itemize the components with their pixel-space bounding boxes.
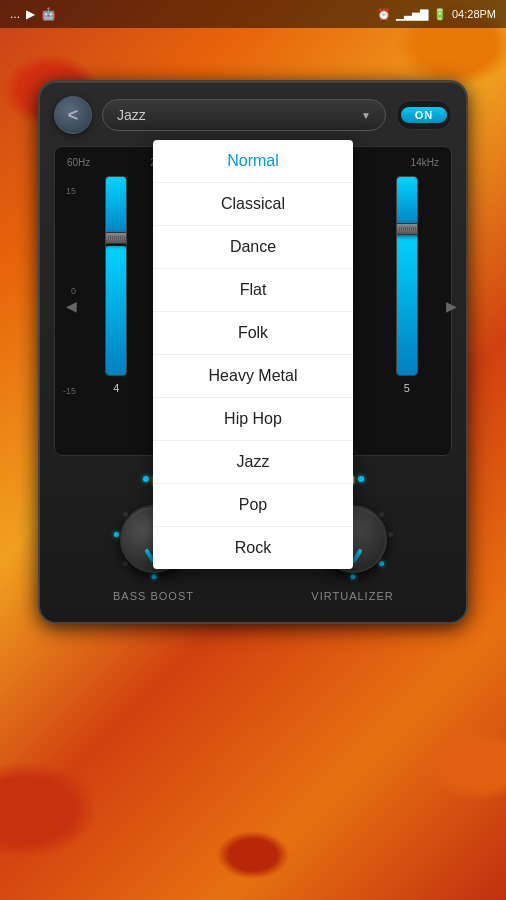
dropdown-item-normal[interactable]: Normal: [153, 140, 353, 183]
virt-led-3: [358, 476, 364, 482]
slider-track-60hz[interactable]: [105, 176, 127, 376]
status-bar: ... ▶ 🤖 ⏰ ▁▃▅▇ 🔋 04:28PM: [0, 0, 506, 28]
dropdown-menu: Normal Classical Dance Flat Folk Heavy M…: [153, 140, 353, 569]
led-bottom-left: [123, 561, 128, 566]
slider-thumb-14khz[interactable]: [396, 223, 418, 235]
freq-label-60hz: 60Hz: [67, 157, 90, 168]
virtualizer-label: VIRTUALIZER: [311, 590, 393, 602]
status-left: ... ▶ 🤖: [10, 7, 56, 21]
back-button[interactable]: <: [54, 96, 92, 134]
alarm-icon: ⏰: [377, 8, 391, 21]
status-right: ⏰ ▁▃▅▇ 🔋 04:28PM: [377, 8, 496, 21]
virt-led-bottom: [350, 574, 355, 579]
led-left: [114, 532, 119, 537]
slider-fill-top-14khz: [397, 177, 417, 227]
bass-boost-label: BASS BOOST: [113, 590, 194, 602]
db-label-15: 15: [63, 186, 76, 196]
status-dots: ...: [10, 7, 20, 21]
nav-arrow-left[interactable]: ◀: [66, 298, 77, 314]
slider-14khz[interactable]: 5: [396, 176, 418, 416]
slider-value-14khz: 5: [404, 382, 410, 394]
time-display: 04:28PM: [452, 8, 496, 20]
slider-60hz[interactable]: 4: [105, 176, 127, 416]
dropdown-item-pop[interactable]: Pop: [153, 484, 353, 527]
virt-led-right: [388, 532, 393, 537]
slider-fill-14khz: [397, 232, 417, 375]
preset-label: Jazz: [117, 107, 146, 123]
dropdown-arrow-icon: ▼: [361, 110, 371, 121]
battery-icon: 🔋: [433, 8, 447, 21]
android-icon: 🤖: [41, 7, 56, 21]
dropdown-item-jazz[interactable]: Jazz: [153, 441, 353, 484]
db-label-minus15: -15: [63, 386, 76, 396]
back-icon: <: [68, 105, 79, 126]
dropdown-item-dance[interactable]: Dance: [153, 226, 353, 269]
slider-thumb-60hz[interactable]: [105, 232, 127, 244]
dropdown-item-hiphop[interactable]: Hip Hop: [153, 398, 353, 441]
virt-led-top-right: [379, 512, 384, 517]
slider-value-60hz: 4: [113, 382, 119, 394]
dropdown-item-rock[interactable]: Rock: [153, 527, 353, 569]
top-bar: < Jazz ▼ ON: [54, 96, 452, 134]
virt-led-bottom-right: [379, 561, 384, 566]
db-label-0: 0: [63, 286, 76, 296]
play-icon: ▶: [26, 7, 35, 21]
preset-selector[interactable]: Jazz ▼: [102, 99, 386, 131]
led-top-left: [123, 512, 128, 517]
led-bottom: [151, 574, 156, 579]
bass-led-1: [143, 476, 149, 482]
toggle-button[interactable]: ON: [396, 100, 452, 130]
dropdown-item-heavymetal[interactable]: Heavy Metal: [153, 355, 353, 398]
slider-fill-top-60hz: [106, 177, 126, 236]
dropdown-item-flat[interactable]: Flat: [153, 269, 353, 312]
toggle-on-label: ON: [401, 107, 447, 123]
db-scale: 15 0 -15: [63, 176, 76, 396]
slider-fill-60hz: [106, 246, 126, 375]
freq-label-14khz: 14kHz: [411, 157, 439, 168]
eq-panel: < Jazz ▼ ON 60Hz 230Hz 910Hz 4kHz 14kHz …: [38, 80, 468, 624]
nav-arrow-right[interactable]: ▶: [446, 298, 457, 314]
slider-track-14khz[interactable]: [396, 176, 418, 376]
dropdown-item-folk[interactable]: Folk: [153, 312, 353, 355]
dropdown-item-classical[interactable]: Classical: [153, 183, 353, 226]
signal-icon: ▁▃▅▇: [396, 8, 428, 21]
